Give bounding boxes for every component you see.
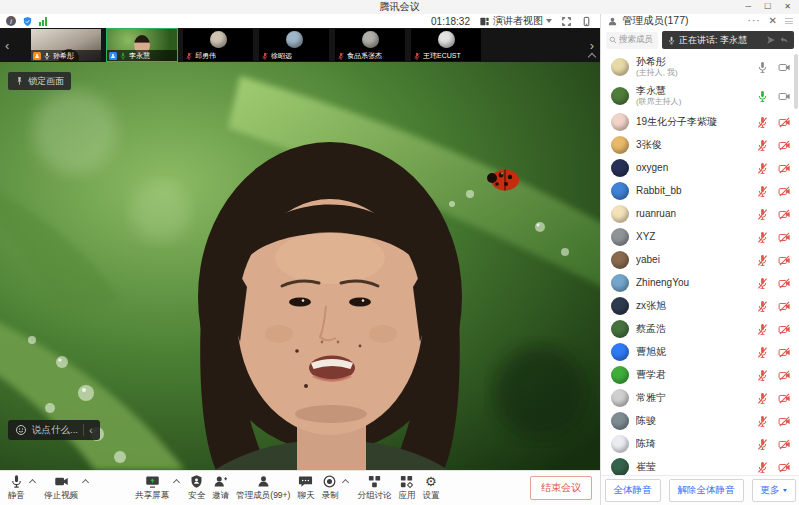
member-camera-status-icon[interactable] bbox=[778, 299, 791, 312]
member-mic-status-icon[interactable] bbox=[756, 345, 769, 358]
member-mic-status-icon[interactable] bbox=[756, 207, 769, 220]
member-mic-status-icon[interactable] bbox=[756, 414, 769, 427]
member-row[interactable]: ruanruan bbox=[601, 202, 799, 225]
apps-button[interactable]: 应用 bbox=[398, 474, 415, 502]
panel-close-icon[interactable]: ✕ bbox=[769, 16, 777, 26]
member-row[interactable]: yabei bbox=[601, 248, 799, 271]
share-screen-button[interactable]: 共享屏幕 bbox=[135, 474, 169, 502]
member-mic-status-icon[interactable] bbox=[756, 368, 769, 381]
member-mic-status-icon[interactable] bbox=[756, 253, 769, 266]
member-camera-status-icon[interactable] bbox=[778, 391, 791, 404]
mic-options-chevron[interactable] bbox=[29, 479, 36, 486]
window-close-icon[interactable]: ✕ bbox=[784, 3, 791, 11]
meeting-security-shield-icon[interactable] bbox=[22, 16, 33, 27]
member-mic-status-icon[interactable] bbox=[756, 460, 769, 473]
fullscreen-icon[interactable] bbox=[561, 16, 572, 27]
search-members-input[interactable]: 搜索成员 bbox=[606, 32, 658, 49]
mute-all-button[interactable]: 全体静音 bbox=[605, 479, 661, 502]
member-row[interactable]: 陈琦 bbox=[601, 432, 799, 455]
hand-raise-icon[interactable] bbox=[766, 35, 776, 45]
participant-thumbnail[interactable]: 李永慧 bbox=[107, 29, 177, 61]
member-row[interactable]: Rabbit_bb bbox=[601, 179, 799, 202]
settings-button[interactable]: ⚙ 设置 bbox=[422, 474, 439, 502]
view-mode-selector[interactable]: 演讲者视图 bbox=[479, 14, 552, 28]
member-row[interactable]: 曹旭妮 bbox=[601, 340, 799, 363]
breakout-rooms-button[interactable]: 分组讨论 bbox=[357, 474, 391, 502]
member-camera-status-icon[interactable] bbox=[778, 253, 791, 266]
device-switch-icon[interactable] bbox=[581, 16, 592, 27]
member-mic-status-icon[interactable] bbox=[756, 276, 769, 289]
chat-button[interactable]: 聊天 bbox=[297, 474, 314, 502]
member-mic-status-icon[interactable] bbox=[756, 322, 769, 335]
member-row[interactable]: 李永慧 (联席主持人) bbox=[601, 81, 799, 110]
member-camera-status-icon[interactable] bbox=[778, 89, 791, 102]
manage-members-button[interactable]: 管理成员(99+) bbox=[236, 474, 290, 502]
member-mic-status-icon[interactable] bbox=[756, 60, 769, 73]
member-mic-status-icon[interactable] bbox=[756, 391, 769, 404]
member-camera-status-icon[interactable] bbox=[778, 414, 791, 427]
member-mic-status-icon[interactable] bbox=[756, 437, 769, 450]
reply-arrow-icon[interactable] bbox=[779, 35, 789, 45]
member-mic-status-icon[interactable] bbox=[756, 184, 769, 197]
main-video-stage[interactable]: 锁定画面 说点什么... ‹ bbox=[0, 62, 600, 470]
participant-thumbnail[interactable]: 孙希彤 bbox=[31, 29, 101, 61]
strip-next-icon[interactable]: › bbox=[590, 39, 594, 52]
pin-view-button[interactable]: 锁定画面 bbox=[8, 72, 71, 90]
panel-menu-icon[interactable] bbox=[785, 18, 793, 24]
member-mic-status-icon[interactable] bbox=[756, 115, 769, 128]
mute-button[interactable]: 静音 bbox=[8, 474, 25, 502]
member-camera-status-icon[interactable] bbox=[778, 368, 791, 381]
member-mic-status-icon[interactable] bbox=[756, 161, 769, 174]
record-button[interactable]: 录制 bbox=[321, 474, 338, 502]
stop-video-button[interactable]: 停止视频 bbox=[44, 474, 78, 502]
member-row[interactable]: ZhinengYou bbox=[601, 271, 799, 294]
member-row[interactable]: 常雅宁 bbox=[601, 386, 799, 409]
member-mic-status-icon[interactable] bbox=[756, 299, 769, 312]
member-row[interactable]: 蔡孟浩 bbox=[601, 317, 799, 340]
record-options-chevron[interactable] bbox=[342, 479, 349, 486]
caption-input[interactable]: 说点什么... ‹ bbox=[8, 420, 100, 440]
member-camera-status-icon[interactable] bbox=[778, 230, 791, 243]
participant-thumbnail[interactable]: 徐昭远 bbox=[259, 29, 329, 61]
emoji-icon[interactable] bbox=[15, 424, 27, 436]
member-mic-status-icon[interactable] bbox=[756, 89, 769, 102]
member-camera-status-icon[interactable] bbox=[778, 138, 791, 151]
strip-collapse-icon[interactable] bbox=[588, 53, 596, 61]
invite-button[interactable]: 邀请 bbox=[212, 474, 229, 502]
unmute-all-button[interactable]: 解除全体静音 bbox=[669, 479, 744, 502]
meeting-info-icon[interactable]: i bbox=[6, 16, 16, 26]
panel-more-icon[interactable]: ··· bbox=[748, 18, 761, 24]
more-button[interactable]: 更多 bbox=[752, 479, 796, 502]
member-row[interactable]: 曹学君 bbox=[601, 363, 799, 386]
member-row[interactable]: 3张俊 bbox=[601, 133, 799, 156]
member-camera-status-icon[interactable] bbox=[778, 437, 791, 450]
member-row[interactable]: 19生化分子李紫璇 bbox=[601, 110, 799, 133]
member-camera-status-icon[interactable] bbox=[778, 276, 791, 289]
participant-thumbnail[interactable]: 食品系张杰 bbox=[335, 29, 405, 61]
member-mic-status-icon[interactable] bbox=[756, 230, 769, 243]
member-camera-status-icon[interactable] bbox=[778, 345, 791, 358]
member-row[interactable]: zx张旭 bbox=[601, 294, 799, 317]
member-row[interactable]: 陈骏 bbox=[601, 409, 799, 432]
participant-thumbnail[interactable]: 邱勇伟 bbox=[183, 29, 253, 61]
strip-prev-icon[interactable]: ‹ bbox=[5, 39, 9, 52]
participant-thumbnail[interactable]: 王玮ECUST bbox=[411, 29, 481, 61]
share-options-chevron[interactable] bbox=[173, 479, 180, 486]
video-options-chevron[interactable] bbox=[82, 479, 89, 486]
member-camera-status-icon[interactable] bbox=[778, 115, 791, 128]
security-button[interactable]: 安全 bbox=[188, 474, 205, 502]
member-row[interactable]: XYZ bbox=[601, 225, 799, 248]
member-camera-status-icon[interactable] bbox=[778, 184, 791, 197]
member-mic-status-icon[interactable] bbox=[756, 138, 769, 151]
member-camera-status-icon[interactable] bbox=[778, 322, 791, 335]
member-row[interactable]: oxygen bbox=[601, 156, 799, 179]
minimize-icon[interactable]: ─ bbox=[745, 3, 751, 11]
member-camera-status-icon[interactable] bbox=[778, 460, 791, 473]
scrollbar-thumb[interactable] bbox=[794, 54, 798, 109]
maximize-icon[interactable]: ☐ bbox=[764, 3, 771, 11]
member-row[interactable]: 崔莹 bbox=[601, 455, 799, 475]
member-camera-status-icon[interactable] bbox=[778, 161, 791, 174]
member-camera-status-icon[interactable] bbox=[778, 60, 791, 73]
member-row[interactable]: 孙希彤 (主持人, 我) bbox=[601, 52, 799, 81]
member-camera-status-icon[interactable] bbox=[778, 207, 791, 220]
